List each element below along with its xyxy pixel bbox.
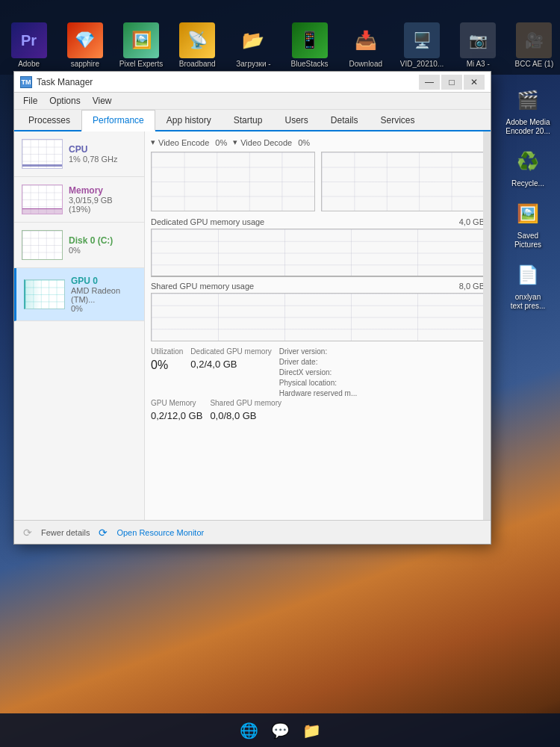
perf-item-memory[interactable]: Memory 3,0/15,9 GB (19%) [14,177,144,223]
taskbar-icon-label: BlueStacks [291,60,329,69]
taskbar-icon-label: Broadband [179,60,216,69]
taskbar-icon-label: VID_20210... [400,60,444,69]
gpu-memory-value: 0,2/12,0 GB [151,410,202,421]
menu-options[interactable]: Options [43,94,86,108]
taskbar-icon-sapphire[interactable]: 💎 sapphire [59,22,111,69]
gpu-mini-graph [24,279,65,309]
utilization-col: Utilization 0% [151,347,183,397]
chevron-right-icon2: ▾ [233,137,237,147]
taskbar-icon-vid[interactable]: 🖥️ VID_20210... [396,22,447,69]
shared-gpu-graph [151,293,485,341]
dedicated-label: Dedicated GPU memory usage 4,0 GB [151,217,485,226]
gpu-info: GPU 0 AMD Radeon (TM)... 0% [71,276,137,313]
taskbar-top: Pr Adobe 💎 sapphire 🖼️ Pixel Experts 📡 B… [0,0,560,75]
task-manager-menubar: File Options View [14,93,491,110]
taskbar-icon-download[interactable]: 📥 Download [340,22,391,69]
desktop-icon-label: Adobe MediaEncoder 20... [505,118,550,136]
gpu-stats-row2: GPU Memory 0,2/12,0 GB Shared GPU memory… [151,399,485,421]
task-manager-window: TM Task Manager — □ ✕ File Options View … [13,71,491,545]
taskbar-icon-bluestacks[interactable]: 📱 BlueStacks [284,22,335,69]
tab-details[interactable]: Details [320,110,370,131]
taskbar-discord[interactable]: 💬 [266,716,294,745]
gpu-value-line2: 0% [71,304,137,313]
task-manager-body: CPU 1% 0,78 GHz Memory 3,0/15,9 GB (19%) [14,131,491,520]
perf-item-cpu[interactable]: CPU 1% 0,78 GHz [14,131,144,177]
shared-mem-value: 0,0/8,0 GB [210,410,281,421]
perf-item-gpu[interactable]: GPU 0 AMD Radeon (TM)... 0% [14,268,144,321]
fewer-details-link[interactable]: Fewer details [41,528,90,537]
taskbar-icon-label: Mi A3 - [467,60,490,69]
dedicated-mem-col: Dedicated GPU memory 0,2/4,0 GB [190,347,271,397]
tab-startup[interactable]: Startup [223,110,274,131]
window-controls: — □ ✕ [419,75,485,90]
disk-info: Disk 0 (C:) 0% [69,235,137,255]
minimize-button[interactable]: — [419,75,440,90]
cpu-value: 1% 0,78 GHz [69,155,137,164]
disk-label: Disk 0 (C:) [69,235,137,246]
taskbar-icon-label: Pixel Experts [119,60,163,69]
tab-users[interactable]: Users [273,110,319,131]
perf-item-disk[interactable]: Disk 0 (C:) 0% [14,223,144,268]
utilization-label: Utilization [151,347,183,356]
desktop-icon-label: Recycle... [511,179,544,188]
task-manager-tabs: Processes Performance App history Startu… [14,110,491,131]
taskbar-explorer[interactable]: 📁 [297,716,326,745]
driver-info-col: Driver version: Driver date: DirectX ver… [279,347,357,397]
memory-value: 3,0/15,9 GB (19%) [69,196,137,214]
taskbar-icon-label: BCC AE (1) [515,60,554,69]
tab-processes[interactable]: Processes [17,110,81,131]
scrollbar[interactable] [483,131,491,520]
video-decode-graph [321,152,485,211]
gpu-label-row: ▾ Video Encode 0% ▾ Video Decode 0% [151,137,485,147]
gpu-encode-decode-graphs [151,152,485,211]
taskbar-icon-label: Adobe [18,60,40,69]
shared-mem-label: Shared GPU memory [210,399,281,407]
desktop-icon-saved-pictures[interactable]: 🖼️ SavedPictures [502,196,554,249]
dedicated-gpu-graph [151,229,485,277]
tab-services[interactable]: Services [370,110,426,131]
taskbar-icon-broadband[interactable]: 📡 Broadband [172,22,223,69]
menu-view[interactable]: View [87,94,118,108]
taskbar-icon-pixel-experts[interactable]: 🖼️ Pixel Experts [115,22,167,69]
open-resource-monitor-link[interactable]: Open Resource Monitor [116,528,204,537]
gpu-value-line1: AMD Radeon (TM)... [71,286,137,304]
performance-left-panel: CPU 1% 0,78 GHz Memory 3,0/15,9 GB (19%) [14,131,145,520]
desktop: Pr Adobe 💎 sapphire 🖼️ Pixel Experts 📡 B… [0,0,560,747]
desktop-icon-recycle[interactable]: ♻️ Recycle... [502,143,554,188]
video-encode-graph [151,152,315,211]
taskbar-icon-mi-a3[interactable]: 📷 Mi A3 - [452,22,504,69]
task-manager-footer: ⟳ Fewer details ⟳ Open Resource Monitor [14,520,491,544]
taskbar-icon-zagrazki[interactable]: 📂 Загрузки - [228,22,279,69]
disk-value: 0% [69,246,137,255]
cpu-label: CPU [69,144,137,155]
shared-gpu-section: Shared GPU memory usage 8,0 GB [151,282,485,341]
desktop-icon-label: SavedPictures [514,232,541,249]
shared-mem-col: Shared GPU memory 0,0/8,0 GB [210,399,281,421]
mem-mini-graph [22,185,63,214]
memory-label: Memory [69,185,137,196]
taskbar-bottom: 🌐 💬 📁 [0,713,560,747]
cpu-mini-graph [22,139,63,169]
taskbar-icon-label: Download [349,60,382,69]
gpu-memory-col: GPU Memory 0,2/12,0 GB [151,399,202,421]
taskbar-icon-bcc-ae[interactable]: 🎥 BCC AE (1) [508,22,560,69]
cpu-info: CPU 1% 0,78 GHz [69,144,137,164]
task-manager-title: Task Manager [37,77,419,87]
utilization-value: 0% [151,359,183,372]
dedicated-mem-value: 0,2/4,0 GB [190,359,271,370]
desktop-icon-adobe-media[interactable]: 🎬 Adobe MediaEncoder 20... [502,82,554,136]
taskbar-chrome[interactable]: 🌐 [234,716,263,745]
gpu-label: GPU 0 [71,276,137,286]
menu-file[interactable]: File [17,94,43,108]
taskbar-icon-adobe-premiere[interactable]: Pr Adobe [3,22,55,69]
maximize-button[interactable]: □ [441,75,462,90]
taskbar-icon-label: Загрузки - [236,60,270,69]
gpu-memory-label: GPU Memory [151,399,202,407]
tab-app-history[interactable]: App history [155,110,223,131]
gpu-stats-row: Utilization 0% Dedicated GPU memory 0,2/… [151,347,485,397]
desktop-icon-onxlyan[interactable]: 📄 onxlyantext pres... [502,257,554,311]
disk-mini-graph [22,230,63,260]
close-button[interactable]: ✕ [464,75,485,90]
dedicated-gpu-section: Dedicated GPU memory usage 4,0 GB [151,217,485,277]
tab-performance[interactable]: Performance [81,110,155,131]
